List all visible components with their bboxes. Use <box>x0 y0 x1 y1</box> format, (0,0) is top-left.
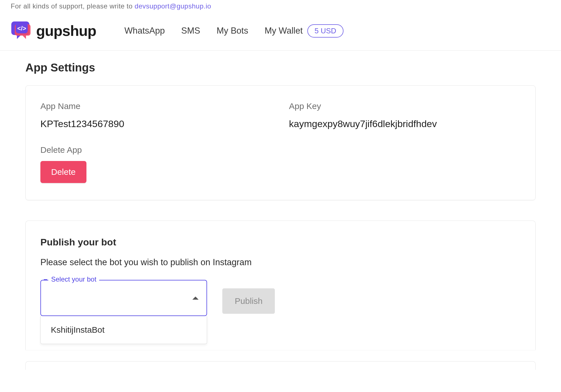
publish-button[interactable]: Publish <box>222 288 275 314</box>
support-email-link[interactable]: devsupport@gupshup.io <box>135 2 211 10</box>
bot-select-wrap: Select your bot KshitijInstaBot <box>40 280 207 316</box>
publish-description: Please select the bot you wish to publis… <box>40 257 521 267</box>
svg-text:</>: </> <box>17 25 26 32</box>
delete-button[interactable]: Delete <box>40 161 86 183</box>
wallet-balance-badge: 5 USD <box>307 24 344 38</box>
brand-logo[interactable]: </> gupshup <box>11 19 96 42</box>
publish-title: Publish your bot <box>40 237 521 248</box>
app-key-label: App Key <box>289 101 521 111</box>
page-content: App Settings App Name KPTest1234567890 A… <box>0 51 561 387</box>
caret-up-icon <box>192 297 199 300</box>
nav-items: WhatsApp SMS My Bots My Wallet 5 USD <box>125 24 344 38</box>
app-name-label: App Name <box>40 101 272 111</box>
support-notice: For all kinds of support, please write t… <box>0 0 561 11</box>
app-name-value: KPTest1234567890 <box>40 118 272 129</box>
gupshup-mark-icon: </> <box>11 19 33 42</box>
page-title: App Settings <box>25 61 536 74</box>
publish-card: Publish your bot Please select the bot y… <box>25 221 536 350</box>
delete-app-label: Delete App <box>40 145 521 155</box>
nav-mybots[interactable]: My Bots <box>217 26 248 36</box>
brand-name: gupshup <box>36 22 96 39</box>
nav-mywallet[interactable]: My Wallet 5 USD <box>265 24 344 38</box>
bot-option[interactable]: KshitijInstaBot <box>41 316 207 344</box>
nav-mywallet-label: My Wallet <box>265 26 303 36</box>
support-text: For all kinds of support, please write t… <box>11 2 135 10</box>
bot-select-dropdown: KshitijInstaBot <box>40 316 207 344</box>
app-settings-card: App Name KPTest1234567890 App Key kaymge… <box>25 85 536 200</box>
nav-sms[interactable]: SMS <box>181 26 200 36</box>
bot-select[interactable] <box>40 280 207 316</box>
nav-whatsapp[interactable]: WhatsApp <box>125 26 165 36</box>
navbar: </> gupshup WhatsApp SMS My Bots My Wall… <box>0 11 561 51</box>
app-key-value: kaymgexpy8wuy7jif6dlekjbridfhdev <box>289 118 521 129</box>
next-card-peek <box>25 361 536 370</box>
bot-select-label: Select your bot <box>48 275 99 283</box>
